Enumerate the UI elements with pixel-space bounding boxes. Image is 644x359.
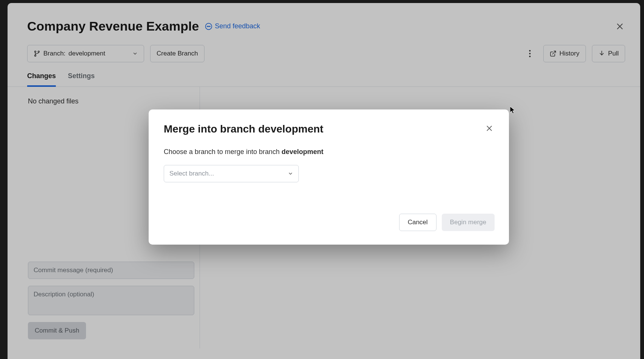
modal-footer: Cancel Begin merge	[164, 193, 495, 231]
begin-merge-button[interactable]: Begin merge	[442, 214, 495, 231]
modal-header: Merge into branch development	[164, 123, 495, 135]
chevron-down-icon	[288, 171, 293, 176]
modal-description-branch: development	[281, 148, 323, 156]
modal-description-prefix: Choose a branch to merge into branch	[164, 148, 281, 156]
select-branch-dropdown[interactable]: Select branch...	[164, 165, 299, 182]
modal-close-button[interactable]	[486, 125, 495, 134]
close-icon	[486, 125, 493, 132]
select-branch-placeholder: Select branch...	[169, 170, 214, 177]
modal-description: Choose a branch to merge into branch dev…	[164, 148, 495, 156]
app-frame: Company Revenue Example Send feedback Br…	[8, 3, 640, 359]
cancel-button[interactable]: Cancel	[399, 214, 437, 231]
merge-modal: Merge into branch development Choose a b…	[149, 109, 509, 245]
modal-title: Merge into branch development	[164, 123, 323, 135]
